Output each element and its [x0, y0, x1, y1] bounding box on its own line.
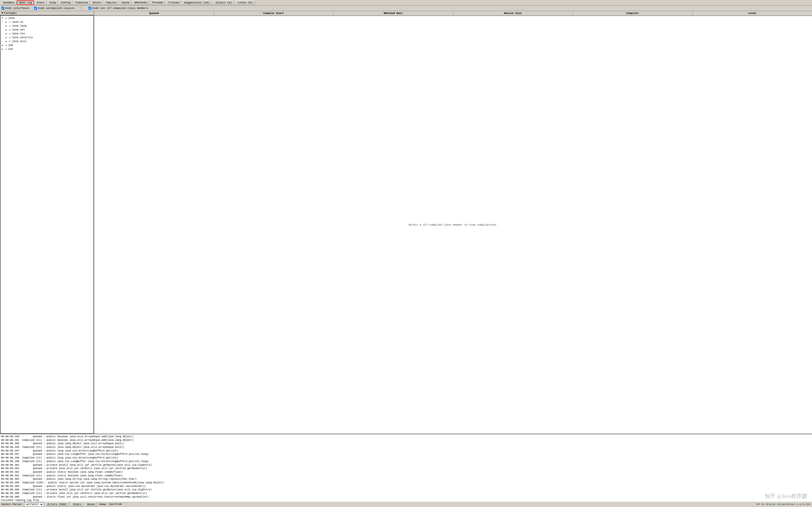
histo-btn[interactable]: Histo [91, 0, 103, 5]
status-bar: Select Parser HOTSPOT Errors (509) Stats… [0, 501, 812, 507]
tree-item-java-io[interactable]: ▶✔java.io [0, 20, 93, 24]
tree-item-java-lang[interactable]: ▶✔java.lang [0, 24, 93, 28]
col-native-size: Native Size [453, 11, 573, 15]
check-icon: ✔ [8, 36, 12, 39]
allocs-btn[interactable]: -Allocs (0) [212, 0, 234, 5]
collapse-icon[interactable]: ▼ [1, 12, 3, 14]
hide-interfaces-checkbox[interactable]: Hide interfaces [1, 7, 29, 10]
locks-btn[interactable]: -Locks (0) [235, 0, 255, 5]
log-line: 00:00:00.297 Queued : public java.nio.Lo… [1, 452, 811, 456]
tree-item-java-nio[interactable]: ▶✔java.nio [0, 32, 93, 36]
log-line: 00:00:00.291 Compiled (C1) : public bool… [1, 438, 811, 442]
expand-icon[interactable]: ▶ [4, 40, 8, 43]
heap-info: Heap: 204/374M [99, 503, 121, 506]
expand-icon[interactable]: ▶ [4, 21, 8, 23]
expand-icon[interactable]: ▶ [0, 48, 4, 51]
hide-uncompiled-checkbox[interactable]: Hide uncompiled classes [34, 7, 75, 10]
toplist-btn[interactable]: TopList [103, 0, 119, 5]
table-header: QueuedCompile StartNMethod EmitNative Si… [94, 11, 812, 16]
log-line: Finished reading log file. [1, 499, 811, 501]
packages-label: Packages [4, 12, 17, 14]
tree-label: java.security [12, 36, 33, 39]
nmethods-btn[interactable]: NMethods [132, 0, 149, 5]
threads-btn[interactable]: Threads [150, 0, 165, 5]
col-compile-start: Compile Start [214, 11, 333, 15]
log-line: 00:00:00.301 Queued : private byte[] jav… [1, 463, 811, 467]
main-content: ▼ Packages ▼✔java▶✔java.io▶✔java.lang▶✔j… [0, 11, 812, 434]
parser-select[interactable]: HOTSPOT [24, 502, 44, 507]
check-icon: ✔ [8, 40, 12, 43]
log-line: 00:00:00.306 Queued : static final int j… [1, 495, 811, 499]
left-panel: ▼ Packages ▼✔java▶✔java.io▶✔java.lang▶✔j… [0, 11, 94, 434]
config-btn[interactable]: Config [58, 0, 72, 5]
check-icon: ✔ [4, 47, 8, 51]
log-line: 00:00:00.302 Compiled (C1) : public stat… [1, 474, 811, 477]
errors-button[interactable]: Errors (509) [45, 502, 69, 506]
col-nmethod-emit: NMethod Emit [333, 11, 453, 15]
expand-icon[interactable]: ▼ [0, 17, 4, 19]
start-btn[interactable]: Start [35, 0, 47, 5]
tree-label: java.nio [12, 32, 25, 35]
log-panel[interactable]: 00:00:00.290 Queued : public boolean jav… [0, 434, 812, 501]
open-log-btn[interactable]: Open Log [17, 0, 34, 5]
toolbar: SandboxOpen LogStartStopConfigTimelineHi… [0, 0, 812, 6]
empty-message: Select a JIT-compiled class member to vi… [94, 16, 812, 434]
reset-button[interactable]: Reset [85, 502, 97, 506]
log-line: 00:00:00.298 Compiled (C1) : public long… [1, 456, 811, 460]
tree-item-java-security[interactable]: ▶✔java.security [0, 36, 93, 39]
log-line: 00:00:00.301 Queued : private java.util.… [1, 467, 811, 470]
hide-non-jit-checkbox[interactable]: Hide non JIT-compiled class members [89, 7, 148, 10]
tree-item-sun[interactable]: ▶✔sun [0, 47, 93, 51]
check-icon: ✔ [8, 24, 12, 27]
stats-button[interactable]: Stats [71, 502, 83, 506]
log-line: 00:00:00.305 Compiled (C2N) : public sta… [1, 481, 811, 485]
tree-label: java [8, 17, 14, 19]
triview-btn[interactable]: TriView [166, 0, 181, 5]
expand-icon[interactable]: ▶ [0, 44, 4, 47]
log-line: 00:00:00.298 Compiled (C1) : public java… [1, 460, 811, 463]
select-parser-label: Select Parser [1, 503, 22, 506]
tree-container[interactable]: ▼✔java▶✔java.io▶✔java.lang▶✔java.net▶✔ja… [0, 15, 94, 434]
tree-label: jdk [8, 44, 13, 47]
log-line: 00:00:00.306 Compiled (C1) : private byt… [1, 488, 811, 492]
suggestions-btn[interactable]: Suggestions (18) [182, 0, 212, 5]
log-line: 00:00:00.296 Queued : public java.lang.O… [1, 442, 811, 445]
col-compiler: Compiler [573, 11, 693, 15]
expand-icon[interactable]: ▶ [4, 29, 8, 31]
log-line: 00:00:00.290 Queued : public boolean jav… [1, 435, 811, 438]
tree-item-jdk[interactable]: ▶✔jdk [0, 43, 93, 47]
expand-icon[interactable]: ▶ [4, 24, 8, 27]
tree-label: java.io [12, 20, 23, 23]
options-bar: Hide interfaces Hide uncompiled classes … [0, 6, 812, 11]
options-separator [82, 6, 82, 10]
log-line: 00:00:00.297 Queued : public long java.n… [1, 449, 811, 453]
col-queued: Queued [94, 11, 214, 15]
check-icon: ✔ [4, 16, 8, 20]
log-line: 00:00:00.303 Queued : public java.lang.S… [1, 477, 811, 481]
sandbox-btn[interactable]: Sandbox [1, 0, 16, 5]
expand-icon[interactable]: ▶ [4, 36, 8, 39]
expand-icon[interactable]: ▶ [4, 33, 8, 35]
check-icon: ✔ [8, 28, 12, 32]
stop-btn[interactable]: Stop [47, 0, 58, 5]
vm-info: VM is Oracle Corporation 1.8.0_191 [756, 503, 811, 506]
tree-item-java-util[interactable]: ▶✔java.util [0, 39, 93, 43]
tree-label: java.util [12, 40, 26, 43]
col-level: Level [693, 11, 812, 15]
log-line: 00:00:00.305 Queued : public static java… [1, 485, 811, 488]
check-icon: ✔ [4, 44, 8, 47]
check-icon: ✔ [8, 20, 12, 24]
packages-header: ▼ Packages [0, 11, 94, 15]
tree-label: java.lang [12, 24, 26, 27]
tree-item-java-net[interactable]: ▶✔java.net [0, 28, 93, 32]
tree-label: sun [8, 48, 13, 51]
cache-btn[interactable]: Cache [119, 0, 132, 5]
log-line: 00:00:00.296 Compiled (C1) : public java… [1, 445, 811, 449]
right-panel: QueuedCompile StartNMethod EmitNative Si… [94, 11, 812, 434]
tree-item-java[interactable]: ▼✔java [0, 16, 93, 20]
tree-label: java.net [12, 28, 25, 31]
timeline-btn[interactable]: Timeline [73, 0, 90, 5]
log-line: 00:00:00.306 Compiled (C1) : private jav… [1, 492, 811, 495]
log-line: 00:00:00.302 Queued : public static bool… [1, 470, 811, 474]
check-icon: ✔ [8, 32, 12, 35]
